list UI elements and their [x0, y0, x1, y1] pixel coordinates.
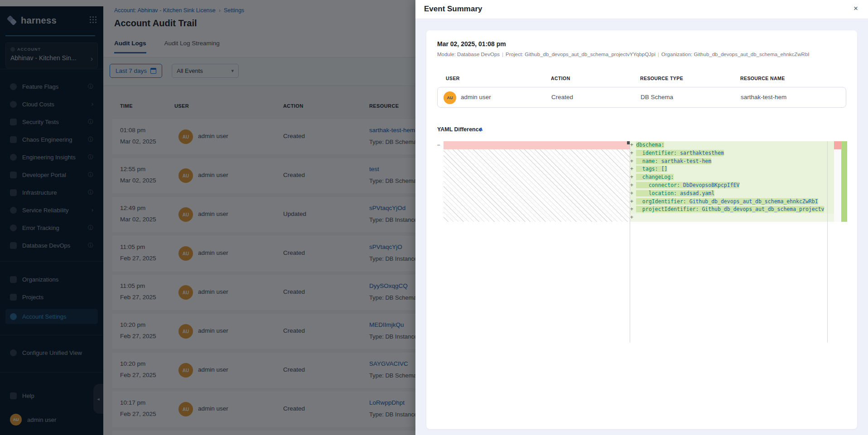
- event-meta: Module: Database DevOps|Project: Github_…: [437, 52, 810, 57]
- diff-added-pane: +dbschema: + identifier: sarthaktesthem …: [630, 141, 847, 343]
- diff-added-line-empty: +: [630, 214, 834, 222]
- column-resource-name: RESOURCE NAME: [740, 76, 785, 81]
- summary-resource-type: DB Schema: [641, 94, 673, 100]
- event-organization: Organization: Github_db_devops_aut_db_sc…: [661, 52, 810, 57]
- summary-user: admin user: [461, 94, 491, 100]
- close-icon[interactable]: ×: [854, 4, 858, 13]
- user-avatar: AU: [444, 91, 456, 104]
- event-timestamp: Mar 02, 2025, 01:08 pm: [437, 40, 506, 48]
- diff-removed-line: [444, 141, 630, 149]
- diff-added-marker-bar: [841, 141, 847, 222]
- drawer-header: Event Summary ×: [415, 0, 868, 19]
- diff-added-line: + tags: []: [630, 165, 834, 173]
- column-user: USER: [446, 76, 460, 81]
- summary-table-row: AU admin user Created DB Schema sarthak-…: [437, 87, 846, 108]
- diff-removed-marker: [834, 141, 841, 149]
- diff-added-line: + identifier: sarthaktesthem: [630, 149, 834, 158]
- column-action: ACTION: [551, 76, 570, 81]
- diff-added-line: + connector: DbDevopsoBKpcpIfEV: [630, 182, 834, 190]
- diff-marker-column: [834, 141, 841, 222]
- diff-added-line: + location: asdsad.yaml: [630, 190, 834, 198]
- column-resource-type: RESOURCE TYPE: [640, 76, 683, 81]
- modal-dim-overlay[interactable]: [0, 0, 415, 435]
- diff-minus-gutter: −: [437, 141, 444, 149]
- event-module: Module: Database DevOps: [437, 52, 500, 57]
- app-window: harness ACCOUNT Abhinav - Kitchen Sin...…: [0, 0, 868, 435]
- drawer-title: Event Summary: [424, 5, 482, 14]
- diff-added-line: +dbschema:: [630, 141, 834, 149]
- yaml-diff-viewer: − +dbschema: + identifier: sarthaktesthe…: [437, 141, 847, 343]
- diff-removed-pane: −: [437, 141, 630, 343]
- summary-action: Created: [551, 94, 573, 100]
- diff-guide-line: [827, 141, 828, 343]
- diff-added-line: + orgIdentifier: Github_db_devops_aut_db…: [630, 198, 834, 206]
- summary-table-header: USER ACTION RESOURCE TYPE RESOURCE NAME: [437, 76, 846, 83]
- diff-empty-hatch: [444, 149, 630, 222]
- drawer-body: Mar 02, 2025, 01:08 pm Module: Database …: [415, 19, 868, 435]
- event-card: Mar 02, 2025, 01:08 pm Module: Database …: [426, 30, 857, 429]
- yaml-difference-label: YAML Difference: [437, 126, 482, 133]
- diff-added-line: + name: sarthak-test-hem: [630, 158, 834, 166]
- summary-resource-name: sarthak-test-hem: [741, 94, 786, 100]
- chevron-up-icon[interactable]: ∧: [479, 126, 483, 132]
- diff-added-line: + changeLog:: [630, 173, 834, 182]
- diff-added-line: + projectIdentifier: Github_db_devops_au…: [630, 206, 834, 214]
- event-project: Project: Github_db_devops_aut_db_schema_…: [506, 52, 656, 57]
- event-summary-drawer: Event Summary × Mar 02, 2025, 01:08 pm M…: [415, 0, 868, 435]
